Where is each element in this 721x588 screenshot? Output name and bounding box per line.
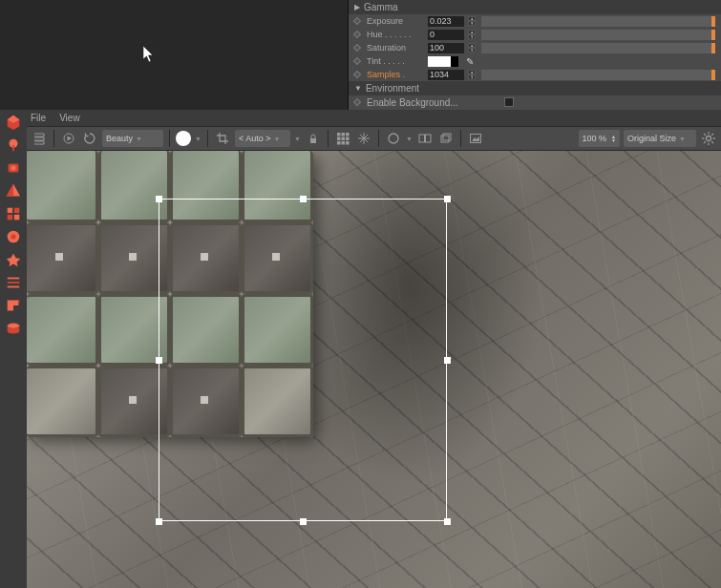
spinner[interactable]: ▴▾ bbox=[468, 70, 476, 79]
svg-point-18 bbox=[8, 324, 20, 328]
gamma-label: Gamma bbox=[364, 2, 398, 12]
keyframe-icon[interactable] bbox=[353, 98, 361, 106]
svg-rect-8 bbox=[8, 208, 12, 213]
edit-icon[interactable]: ✎ bbox=[466, 56, 474, 67]
svg-line-50 bbox=[704, 141, 706, 143]
selection-handle[interactable] bbox=[156, 518, 162, 525]
property-slider[interactable] bbox=[481, 70, 715, 80]
expand-arrow-icon: ▼ bbox=[354, 84, 362, 93]
refresh-button[interactable] bbox=[81, 130, 98, 147]
environment-label: Environment bbox=[366, 83, 419, 94]
auto-extra-arrow[interactable]: ▼ bbox=[294, 136, 301, 142]
svg-rect-22 bbox=[337, 133, 341, 136]
properties-panel: ▶ Gamma Exposure▴▾Hue . . . . . .▴▾Satur… bbox=[349, 0, 721, 110]
gamma-section-header[interactable]: ▶ Gamma bbox=[349, 0, 721, 14]
shape-dropdown-arrow[interactable]: ▼ bbox=[406, 136, 413, 142]
svg-marker-20 bbox=[68, 136, 73, 141]
svg-point-5 bbox=[11, 165, 15, 170]
spinner-down[interactable]: ▾ bbox=[468, 74, 476, 79]
spinner[interactable]: ▴▾ bbox=[468, 30, 476, 39]
property-slider[interactable] bbox=[481, 30, 715, 40]
svg-line-49 bbox=[711, 134, 713, 136]
history-button[interactable] bbox=[31, 130, 48, 147]
selection-handle[interactable] bbox=[444, 357, 451, 364]
rail-tool-4[interactable] bbox=[3, 180, 24, 201]
crop-button[interactable] bbox=[214, 130, 231, 147]
keyframe-icon[interactable] bbox=[353, 57, 361, 65]
svg-rect-15 bbox=[8, 278, 20, 280]
menu-file[interactable]: File bbox=[31, 113, 46, 123]
shape-button[interactable] bbox=[385, 130, 402, 147]
rail-tool-9[interactable] bbox=[3, 295, 24, 316]
keyframe-icon[interactable] bbox=[353, 44, 361, 52]
selection-handle[interactable] bbox=[300, 518, 307, 525]
svg-rect-9 bbox=[14, 208, 19, 213]
render-viewport[interactable] bbox=[27, 151, 721, 588]
property-row: Samples .▴▾ bbox=[349, 68, 721, 81]
spinner-down[interactable]: ▾ bbox=[468, 34, 476, 39]
picture-viewer-toolbar: Beauty ▼ ▼ < Auto > ▼ ▼ ▼ bbox=[27, 126, 721, 151]
property-slider[interactable] bbox=[481, 16, 715, 27]
mouse-cursor bbox=[143, 46, 155, 63]
chevron-down-icon: ▼ bbox=[679, 136, 686, 142]
property-row: Tint . . . . .✎ bbox=[349, 54, 721, 68]
property-value-input[interactable] bbox=[428, 70, 464, 80]
spinner-down[interactable]: ▾ bbox=[468, 21, 476, 26]
rail-tool-5[interactable] bbox=[3, 203, 24, 224]
svg-point-13 bbox=[11, 234, 15, 239]
keyframe-icon[interactable] bbox=[353, 17, 361, 25]
selection-handle[interactable] bbox=[156, 357, 162, 364]
selection-handle[interactable] bbox=[444, 196, 451, 202]
selection-handle[interactable] bbox=[300, 196, 307, 202]
spinner[interactable]: ▴▾ bbox=[468, 43, 476, 52]
svg-rect-24 bbox=[346, 133, 350, 136]
selection-handle[interactable] bbox=[444, 518, 451, 525]
image-button[interactable] bbox=[467, 130, 484, 147]
ab-compare-button[interactable] bbox=[416, 130, 434, 147]
size-dropdown[interactable]: Original Size ▼ bbox=[624, 130, 696, 147]
checkbox-label: Enable Background... bbox=[367, 97, 500, 108]
menu-view[interactable]: View bbox=[59, 113, 80, 123]
spinner[interactable]: ▴▾ bbox=[468, 16, 476, 26]
checkbox[interactable] bbox=[504, 97, 514, 107]
svg-rect-39 bbox=[443, 134, 451, 140]
rail-tool-10[interactable] bbox=[3, 318, 24, 339]
property-slider[interactable] bbox=[481, 43, 715, 53]
channel-ball-button[interactable] bbox=[176, 131, 191, 146]
lock-button[interactable] bbox=[305, 130, 322, 147]
svg-marker-14 bbox=[7, 254, 20, 267]
settings-gear-button[interactable] bbox=[700, 130, 717, 147]
property-value-input[interactable] bbox=[428, 30, 464, 40]
color-swatch[interactable] bbox=[428, 56, 458, 67]
grid-view-button[interactable] bbox=[334, 130, 351, 147]
keyframe-icon[interactable] bbox=[353, 31, 361, 38]
layer-dropdown[interactable]: Beauty ▼ bbox=[102, 130, 163, 147]
property-value-input[interactable] bbox=[428, 16, 464, 27]
auto-label: < Auto > bbox=[239, 134, 271, 143]
channel-dropdown-arrow[interactable]: ▼ bbox=[195, 136, 201, 142]
play-button[interactable] bbox=[60, 130, 77, 147]
snowflake-button[interactable] bbox=[355, 130, 372, 147]
rail-tool-1[interactable] bbox=[3, 112, 24, 133]
spinner-down[interactable]: ▾ bbox=[468, 48, 476, 52]
svg-line-48 bbox=[711, 141, 713, 143]
svg-line-47 bbox=[704, 134, 706, 136]
rail-tool-8[interactable] bbox=[3, 272, 24, 293]
property-value-input[interactable] bbox=[428, 43, 464, 53]
keyframe-icon[interactable] bbox=[353, 71, 361, 78]
zoom-dropdown[interactable]: 100 % ▲▼ bbox=[579, 130, 620, 147]
rail-tool-2[interactable] bbox=[3, 135, 24, 156]
layer-label: Beauty bbox=[106, 134, 133, 143]
svg-rect-3 bbox=[12, 145, 14, 151]
rail-tool-7[interactable] bbox=[3, 249, 24, 270]
stack-button[interactable] bbox=[437, 130, 455, 147]
auto-dropdown[interactable]: < Auto > ▼ bbox=[235, 130, 290, 147]
rail-tool-3[interactable] bbox=[3, 158, 24, 178]
rail-tool-6[interactable] bbox=[3, 226, 24, 247]
svg-marker-7 bbox=[7, 184, 13, 197]
svg-rect-21 bbox=[310, 138, 316, 143]
tile-grid-render bbox=[27, 151, 313, 437]
selection-handle[interactable] bbox=[156, 196, 162, 202]
environment-section-header[interactable]: ▼ Environment bbox=[349, 81, 721, 95]
left-tool-rail bbox=[0, 110, 27, 588]
